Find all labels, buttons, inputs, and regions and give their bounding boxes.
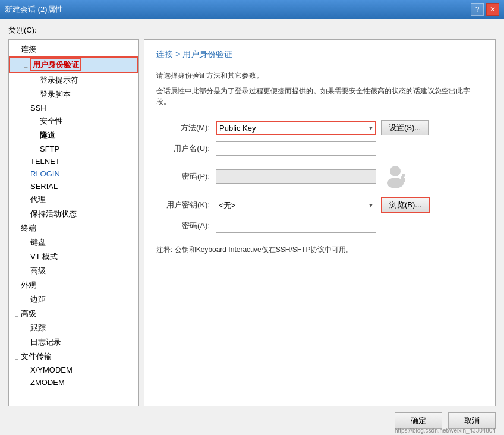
tree-item-keepalive[interactable]: 保持活动状态: [9, 207, 138, 221]
watermark: https://blog.csdn.net/weixin_43304804: [395, 427, 496, 434]
tree-label-zmodem: ZMODEM: [30, 378, 65, 387]
tree-item-filetransfer[interactable]: ⎯文件传输: [9, 349, 138, 364]
tree-item-proxy[interactable]: 代理: [9, 193, 138, 207]
tree-item-advanced[interactable]: 高级: [9, 264, 138, 278]
method-select[interactable]: PasswordPublic KeyKeyboard InteractiveGS…: [216, 121, 376, 135]
help-button[interactable]: ?: [471, 3, 484, 16]
tree-expand-connect: ⎯: [11, 46, 21, 52]
tree-label-advanced: 高级: [30, 266, 46, 276]
tree-label-sftp: SFTP: [40, 144, 59, 153]
password-label: 密码(P):: [156, 171, 210, 182]
tree-item-auth[interactable]: ⎯用户身份验证: [9, 56, 138, 73]
svg-rect-4: [403, 178, 405, 182]
tree-label-vt-mode: VT 模式: [30, 251, 58, 262]
browse-button[interactable]: 浏览(B)...: [381, 197, 430, 213]
tree-label-login-prompt: 登录提示符: [40, 75, 78, 86]
form-section: 方法(M): PasswordPublic KeyKeyboard Intera…: [156, 120, 483, 396]
tree-item-connect[interactable]: ⎯连接: [9, 42, 138, 56]
svg-point-1: [387, 178, 404, 188]
tree-item-telnet[interactable]: TELNET: [9, 155, 138, 168]
passphrase-input[interactable]: [216, 219, 376, 233]
tree-label-rlogin: RLOGIN: [30, 169, 60, 178]
userkey-label: 用户密钥(K):: [156, 200, 210, 210]
bottom-bar: 确定 取消 https://blog.csdn.net/weixin_43304…: [8, 406, 496, 429]
window-title: 新建会话 (2)属性: [5, 4, 63, 15]
tree-item-terminal[interactable]: ⎯终端: [9, 221, 138, 235]
confirm-button[interactable]: 确定: [395, 412, 442, 429]
tree-expand-auth: ⎯: [21, 62, 30, 68]
tree-expand-appearance: ⎯: [11, 282, 21, 288]
tree-panel: ⎯连接⎯用户身份验证登录提示符登录脚本⎯SSH安全性隧道SFTPTELNETRL…: [8, 39, 139, 406]
tree-label-serial: SERIAL: [30, 182, 58, 191]
tree-item-rlogin[interactable]: RLOGIN: [9, 168, 138, 180]
method-label: 方法(M):: [156, 122, 210, 133]
tree-item-border[interactable]: 边距: [9, 292, 138, 307]
title-bar: 新建会话 (2)属性 ? ✕: [0, 0, 504, 19]
tree-label-ssh: SSH: [30, 103, 46, 112]
userkey-select[interactable]: <无>: [216, 198, 376, 212]
tree-item-login-prompt[interactable]: 登录提示符: [9, 73, 138, 87]
tree-item-vt-mode[interactable]: VT 模式: [9, 250, 138, 264]
tree-label-keyboard: 键盘: [30, 237, 46, 248]
tree-label-border: 边距: [30, 294, 46, 305]
tree-label-keepalive: 保持活动状态: [30, 209, 77, 219]
cancel-button[interactable]: 取消: [448, 412, 496, 429]
tree-item-log[interactable]: 日志记录: [9, 335, 138, 349]
category-label: 类别(C):: [8, 25, 496, 36]
tree-label-trace: 跟踪: [30, 323, 46, 333]
tree-item-serial[interactable]: SERIAL: [9, 180, 138, 193]
tree-label-advanced2: 高级: [21, 308, 36, 319]
username-row: 用户名(U):: [156, 141, 483, 156]
settings-button[interactable]: 设置(S)...: [381, 120, 429, 135]
description-2: 会话属性中此部分是为了登录过程更便捷而提供的。如果需要安全性很高的状态的话建议您…: [156, 86, 483, 107]
tree-label-proxy: 代理: [30, 194, 46, 205]
svg-point-3: [402, 174, 405, 177]
tree-item-login-script[interactable]: 登录脚本: [9, 87, 138, 102]
right-panel: 连接 > 用户身份验证 请选择身份验证方法和其它参数。 会话属性中此部分是为了登…: [144, 39, 496, 406]
username-input[interactable]: [216, 141, 376, 156]
tree-expand-ssh: ⎯: [21, 105, 30, 111]
title-bar-buttons: ? ✕: [471, 3, 499, 16]
method-select-wrapper: PasswordPublic KeyKeyboard InteractiveGS…: [216, 121, 376, 135]
tree-expand-terminal: ⎯: [11, 225, 21, 231]
note-text: 注释: 公钥和Keyboard Interactive仅在SSH/SFTP协议中…: [156, 245, 483, 255]
method-row: 方法(M): PasswordPublic KeyKeyboard Intera…: [156, 120, 483, 135]
username-label: 用户名(U):: [156, 143, 210, 154]
tree-label-xymodem: X/YMODEM: [30, 365, 73, 374]
tree-expand-advanced2: ⎯: [11, 311, 21, 317]
tree-label-appearance: 外观: [21, 280, 36, 291]
tree-item-trace[interactable]: 跟踪: [9, 321, 138, 335]
tree-item-security[interactable]: 安全性: [9, 114, 138, 128]
userkey-row: 用户密钥(K): <无> ▼ 浏览(B)...: [156, 197, 483, 213]
tree-item-advanced2[interactable]: ⎯高级: [9, 307, 138, 321]
tree-item-zmodem[interactable]: ZMODEM: [9, 376, 138, 389]
tree-label-log: 日志记录: [30, 337, 61, 348]
tree-label-terminal: 终端: [21, 223, 36, 234]
passphrase-label: 密码(A):: [156, 220, 210, 231]
passphrase-row: 密码(A):: [156, 219, 483, 233]
tree-item-tunnel[interactable]: 隧道: [9, 128, 138, 143]
close-button[interactable]: ✕: [486, 3, 499, 16]
password-input[interactable]: [216, 169, 376, 184]
tree-label-login-script: 登录脚本: [40, 89, 71, 100]
description-1: 请选择身份验证方法和其它参数。: [156, 70, 483, 81]
tree-label-security: 安全性: [40, 116, 63, 127]
tree-label-connect: 连接: [21, 44, 36, 55]
userkey-select-wrapper: <无> ▼: [216, 198, 376, 212]
tree-label-tunnel: 隧道: [40, 130, 55, 141]
dialog-body: 类别(C): ⎯连接⎯用户身份验证登录提示符登录脚本⎯SSH安全性隧道SFTPT…: [0, 19, 504, 435]
avatar-icon: [382, 162, 412, 191]
tree-label-telnet: TELNET: [30, 157, 60, 166]
tree-item-xymodem[interactable]: X/YMODEM: [9, 364, 138, 376]
tree-label-auth: 用户身份验证: [30, 58, 81, 71]
tree-expand-filetransfer: ⎯: [11, 354, 21, 360]
tree-label-filetransfer: 文件传输: [21, 351, 52, 362]
tree-item-appearance[interactable]: ⎯外观: [9, 278, 138, 292]
tree-item-ssh[interactable]: ⎯SSH: [9, 102, 138, 114]
breadcrumb: 连接 > 用户身份验证: [156, 49, 483, 64]
tree-item-keyboard[interactable]: 键盘: [9, 235, 138, 250]
password-row: 密码(P):: [156, 162, 483, 191]
tree-item-sftp[interactable]: SFTP: [9, 143, 138, 155]
main-content: ⎯连接⎯用户身份验证登录提示符登录脚本⎯SSH安全性隧道SFTPTELNETRL…: [8, 39, 496, 406]
svg-point-0: [390, 166, 401, 176]
